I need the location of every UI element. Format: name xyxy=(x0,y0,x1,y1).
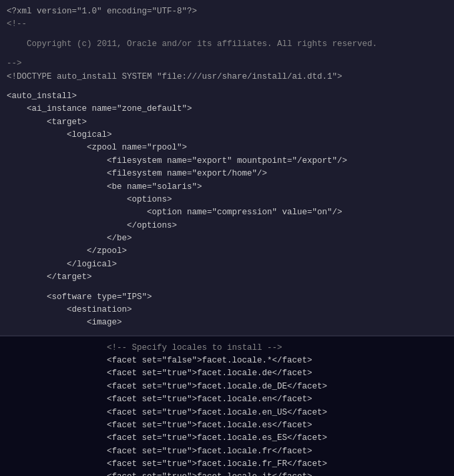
code-line: <?xml version="1.0" encoding="UTF-8"?> xyxy=(7,5,447,18)
code-line: <facet set="true">facet.locale.de_DE</fa… xyxy=(7,381,447,393)
code-line xyxy=(7,51,447,57)
code-line: <facet set="true">facet.locale.fr_FR</fa… xyxy=(7,458,447,471)
code-line: <options> xyxy=(7,194,447,206)
code-line: <auto_install> xyxy=(7,90,447,103)
code-line: <facet set="true">facet.locale.en</facet… xyxy=(7,393,447,406)
code-line xyxy=(7,31,447,38)
code-line: <filesystem name="export" mountpoint="/e… xyxy=(7,155,447,168)
code-line: <software type="IPS"> xyxy=(7,291,447,304)
code-line: <option name="compression" value="on"/> xyxy=(7,206,447,219)
top-code-section: <?xml version="1.0" encoding="UTF-8"?><!… xyxy=(0,0,454,336)
code-line xyxy=(7,83,447,90)
xml-editor: <?xml version="1.0" encoding="UTF-8"?><!… xyxy=(0,0,454,476)
code-line: Copyright (c) 2011, Oracle and/or its af… xyxy=(7,38,447,51)
code-line: <!DOCTYPE auto_install SYSTEM "file:///u… xyxy=(7,71,447,83)
code-line: <logical> xyxy=(7,129,447,142)
code-line: </zpool> xyxy=(7,245,447,258)
code-line: <ai_instance name="zone_default"> xyxy=(7,103,447,115)
code-line: <filesystem name="export/home"/> xyxy=(7,168,447,180)
code-line: <facet set="true">facet.locale.it</facet… xyxy=(7,471,447,476)
code-line: <destination> xyxy=(7,304,447,316)
code-line: <facet set="true">facet.locale.es_ES</fa… xyxy=(7,432,447,445)
code-line: </logical> xyxy=(7,258,447,271)
code-line: <facet set="true">facet.locale.en_US</fa… xyxy=(7,407,447,419)
code-line: <image> xyxy=(7,316,447,329)
code-line: <!-- Specify locales to install --> xyxy=(7,342,447,354)
code-line: <facet set="true">facet.locale.es</facet… xyxy=(7,419,447,432)
code-line: <zpool name="rpool"> xyxy=(7,142,447,154)
code-line: </options> xyxy=(7,220,447,232)
code-line: <be name="solaris"> xyxy=(7,181,447,194)
code-line: <!-- xyxy=(7,18,447,31)
code-line: <facet set="true">facet.locale.de</facet… xyxy=(7,367,447,380)
code-line: --> xyxy=(7,57,447,70)
code-line: <facet set="false">facet.locale.*</facet… xyxy=(7,354,447,367)
bottom-code-section: <!-- Specify locales to install --> <fac… xyxy=(0,336,454,476)
code-line xyxy=(7,284,447,291)
code-line: <target> xyxy=(7,116,447,129)
code-line: </target> xyxy=(7,271,447,284)
code-line: </be> xyxy=(7,232,447,245)
code-line: <facet set="true">facet.locale.fr</facet… xyxy=(7,445,447,458)
